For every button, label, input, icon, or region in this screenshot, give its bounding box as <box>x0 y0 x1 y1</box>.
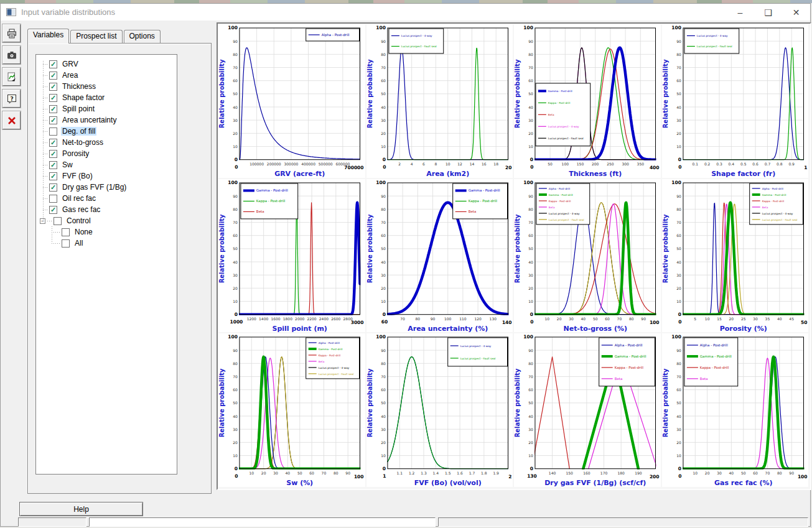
svg-text:30: 30 <box>381 118 386 123</box>
checkbox[interactable]: ✓ <box>49 183 57 192</box>
svg-text:10: 10 <box>381 453 386 458</box>
svg-text:Lucius prospect - Fault seal: Lucius prospect - Fault seal <box>696 45 732 48</box>
svg-text:?: ? <box>10 95 13 101</box>
svg-text:Beta: Beta <box>468 210 476 213</box>
svg-text:90: 90 <box>381 39 386 44</box>
svg-text:70: 70 <box>233 220 238 225</box>
svg-text:FVF (Bo) (vol/vol): FVF (Bo) (vol/vol) <box>414 479 481 487</box>
checkbox[interactable] <box>62 239 70 248</box>
checkbox[interactable] <box>62 228 70 236</box>
tree-item-oil-rec-fac[interactable]: Oil rec fac <box>36 193 177 204</box>
chart-net-to-gross: 0102030405060708090100010203040506070809… <box>514 179 661 333</box>
svg-text:1.2: 1.2 <box>408 471 414 475</box>
tree-item-spill-point[interactable]: ✓Spill point <box>36 103 177 114</box>
tree-item-control[interactable]: −Control <box>36 215 177 226</box>
svg-text:Beta: Beta <box>762 205 768 208</box>
checkbox[interactable]: ✓ <box>49 60 57 68</box>
checkbox[interactable]: ✓ <box>49 139 57 147</box>
svg-text:40: 40 <box>286 471 291 475</box>
tree-item-area[interactable]: ✓Area <box>36 70 177 81</box>
svg-text:100: 100 <box>376 180 386 185</box>
print-button[interactable] <box>2 24 21 42</box>
svg-text:100: 100 <box>671 335 681 340</box>
svg-text:30: 30 <box>676 427 681 432</box>
svg-text:200: 200 <box>592 162 599 166</box>
svg-text:Relative probability: Relative probability <box>366 214 373 283</box>
tab-options[interactable]: Options <box>124 30 161 43</box>
tree-item-label: None <box>73 228 94 236</box>
checkbox[interactable]: ✓ <box>49 116 57 124</box>
svg-text:90: 90 <box>233 348 238 353</box>
svg-text:100: 100 <box>354 474 364 479</box>
svg-text:100: 100 <box>797 474 807 479</box>
tab-prospect-list[interactable]: Prospect list <box>70 30 122 43</box>
tree-item-area-uncertainty[interactable]: ✓Area uncertainty <box>36 114 177 126</box>
checkbox[interactable]: ✓ <box>49 150 57 158</box>
variables-listbox: ✓GRV✓Area✓Thickness✓Shape factor✓Spill p… <box>35 54 177 475</box>
close-button[interactable]: ✕ <box>782 4 810 21</box>
checkbox[interactable]: ✓ <box>49 206 57 214</box>
svg-text:80: 80 <box>676 52 681 57</box>
export-chart-button[interactable] <box>2 68 21 86</box>
checkbox[interactable]: ✓ <box>49 72 57 80</box>
svg-text:100: 100 <box>228 25 238 30</box>
checkbox[interactable]: ✓ <box>49 83 57 91</box>
svg-text:60: 60 <box>233 78 238 83</box>
tree-item-none[interactable]: None <box>36 226 177 238</box>
tree-item-dry-gas-fvf-1-bg[interactable]: ✓Dry gas FVF (1/Bg) <box>36 182 177 193</box>
svg-text:60: 60 <box>676 233 681 238</box>
tree-item-porosity[interactable]: ✓Porosity <box>36 148 177 159</box>
chart-thickness: 0102030405060708090100050100150200250300… <box>514 24 661 178</box>
svg-text:40: 40 <box>676 414 681 419</box>
tree-item-grv[interactable]: ✓GRV <box>36 58 177 70</box>
svg-text:Sw (%): Sw (%) <box>286 479 313 487</box>
chart-dry-gas-fvf: 0102030405060708090100130140150160170180… <box>514 333 661 487</box>
tree-item-shape-factor[interactable]: ✓Shape factor <box>36 92 177 103</box>
maximize-button[interactable]: ❑ <box>754 4 782 21</box>
svg-text:70: 70 <box>233 65 238 70</box>
svg-text:18: 18 <box>493 162 498 166</box>
svg-text:90: 90 <box>381 193 386 198</box>
tree-item-all[interactable]: All <box>36 238 177 249</box>
close-panel-button[interactable] <box>2 111 21 129</box>
svg-text:Gamma - Post-drill: Gamma - Post-drill <box>699 354 731 358</box>
tree-item-fvf-bo[interactable]: ✓FVF (Bo) <box>36 170 177 182</box>
status-bar <box>1 516 811 527</box>
close-red-icon <box>6 115 17 126</box>
svg-text:50: 50 <box>233 246 238 251</box>
svg-text:Kappa - Post-drill: Kappa - Post-drill <box>549 199 571 202</box>
help-toolbar-button[interactable]: ? <box>2 90 21 108</box>
tree-item-sw[interactable]: ✓Sw <box>36 159 177 170</box>
checkbox[interactable]: ✓ <box>49 94 57 102</box>
svg-text:60: 60 <box>605 316 610 320</box>
snapshot-button[interactable] <box>2 46 21 64</box>
checkbox[interactable]: ✓ <box>49 105 57 113</box>
tree-item-net-to-gross[interactable]: ✓Net-to-gross <box>36 137 177 148</box>
tree-connector-stub <box>43 86 49 87</box>
svg-text:70: 70 <box>676 65 681 70</box>
checkbox[interactable]: ✓ <box>49 161 57 169</box>
svg-text:20: 20 <box>233 286 238 290</box>
tree-item-gas-rec-fac[interactable]: ✓Gas rec fac <box>36 204 177 215</box>
svg-text:1: 1 <box>383 473 386 479</box>
svg-text:40: 40 <box>528 259 533 264</box>
svg-text:0.5: 0.5 <box>740 162 746 166</box>
svg-text:60: 60 <box>676 388 681 392</box>
checkbox[interactable] <box>49 195 57 203</box>
tab-variables[interactable]: Variables <box>27 29 69 44</box>
minimize-button[interactable]: – <box>726 4 754 21</box>
tree-item-thickness[interactable]: ✓Thickness <box>36 81 177 92</box>
svg-text:40: 40 <box>676 105 681 109</box>
svg-text:Relative probability: Relative probability <box>514 214 521 283</box>
svg-text:50: 50 <box>381 91 386 96</box>
tree-item-deg-of-fill[interactable]: Deg. of fill <box>36 126 177 137</box>
svg-text:20: 20 <box>233 440 238 445</box>
help-button[interactable]: Help <box>19 502 143 516</box>
checkbox[interactable] <box>54 217 62 225</box>
checkbox[interactable] <box>49 127 57 136</box>
svg-text:400: 400 <box>650 165 660 170</box>
status-field-2 <box>89 517 436 527</box>
svg-text:70: 70 <box>381 65 386 70</box>
checkbox[interactable]: ✓ <box>49 172 57 180</box>
chart-spill-point: 0102030405060708090100100012001400160018… <box>218 179 365 333</box>
